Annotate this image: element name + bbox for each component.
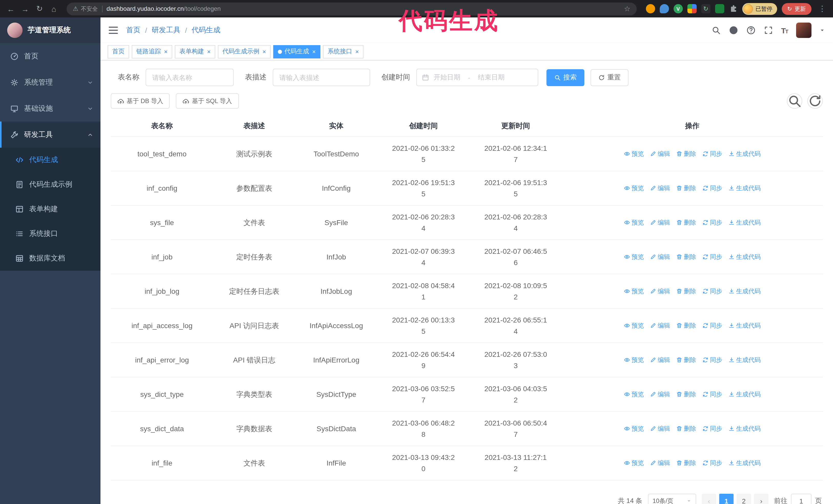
extension-grid-icon[interactable] [687,4,697,13]
extension-refresh-icon[interactable]: ↻ [701,4,711,13]
close-icon[interactable]: × [312,48,316,55]
back-icon[interactable]: ← [4,2,18,16]
sidebar-item-form-build[interactable]: 表单构建 [0,197,100,221]
generate-code-link[interactable]: 生成代码 [729,354,761,365]
edit-link[interactable]: 编辑 [650,251,670,262]
toggle-search-button[interactable] [787,93,802,109]
page-size-select[interactable]: 10条/页 [648,494,696,504]
sidebar-item-system[interactable]: 系统管理 [0,69,100,95]
sidebar-item-db-doc[interactable]: 数据库文档 [0,246,100,271]
preview-link[interactable]: 预览 [624,423,644,434]
tab-form-build[interactable]: 表单构建 × [175,45,215,58]
breadcrumb-item[interactable]: 研发工具 [152,26,181,35]
edit-link[interactable]: 编辑 [650,285,670,296]
edit-link[interactable]: 编辑 [650,457,670,469]
sidebar-item-codegen[interactable]: 代码生成 [0,148,100,172]
edit-link[interactable]: 编辑 [650,388,670,400]
delete-link[interactable]: 删除 [676,148,696,159]
extension-v-icon[interactable]: V [673,4,683,13]
generate-code-link[interactable]: 生成代码 [729,217,761,228]
close-icon[interactable]: × [164,48,168,55]
sidebar-item-home[interactable]: 首页 [0,43,100,69]
close-icon[interactable]: × [262,48,266,55]
sync-link[interactable]: 同步 [702,354,722,365]
tab-api[interactable]: 系统接口 × [323,45,363,58]
chevron-down-icon[interactable] [820,28,825,33]
import-sql-button[interactable]: 基于 SQL 导入 [176,93,239,109]
sidebar-item-devtools[interactable]: 研发工具 [0,121,100,148]
preview-link[interactable]: 预览 [624,251,644,262]
reset-button[interactable]: 重置 [591,69,628,86]
forward-icon[interactable]: → [19,2,32,16]
sidebar-item-api[interactable]: 系统接口 [0,221,100,246]
reload-icon[interactable]: ↻ [33,2,46,16]
goto-page-input[interactable] [791,494,811,504]
home-icon[interactable]: ⌂ [47,2,61,16]
sync-link[interactable]: 同步 [702,182,722,194]
bookmark-star-icon[interactable]: ☆ [624,5,630,13]
preview-link[interactable]: 预览 [624,457,644,469]
delete-link[interactable]: 删除 [676,320,696,331]
browser-profile-chip[interactable]: 已暂停 [742,3,777,15]
security-warning[interactable]: ⚠ 不安全 [73,5,98,13]
sync-link[interactable]: 同步 [702,457,722,469]
edit-link[interactable]: 编辑 [650,182,670,194]
sync-link[interactable]: 同步 [702,285,722,296]
generate-code-link[interactable]: 生成代码 [729,388,761,400]
prev-page-button[interactable]: ‹ [702,494,716,504]
delete-link[interactable]: 删除 [676,457,696,469]
next-page-button[interactable]: › [754,494,768,504]
close-icon[interactable]: × [207,48,211,55]
page-button-2[interactable]: 2 [737,494,751,504]
extension-drop-icon[interactable] [660,4,669,13]
delete-link[interactable]: 删除 [676,182,696,194]
close-icon[interactable]: × [355,48,359,55]
sidebar-item-infra[interactable]: 基础设施 [0,95,100,121]
generate-code-link[interactable]: 生成代码 [729,457,761,469]
generate-code-link[interactable]: 生成代码 [729,182,761,194]
delete-link[interactable]: 删除 [676,285,696,296]
sidebar-toggle-icon[interactable] [109,27,118,34]
user-avatar[interactable] [796,23,811,38]
preview-link[interactable]: 预览 [624,388,644,400]
font-size-icon[interactable]: TT [781,26,788,34]
date-range-picker[interactable]: 开始日期 - 结束日期 [416,69,538,86]
page-button-1[interactable]: 1 [719,494,734,504]
preview-link[interactable]: 预览 [624,217,644,228]
generate-code-link[interactable]: 生成代码 [729,285,761,296]
preview-link[interactable]: 预览 [624,354,644,365]
generate-code-link[interactable]: 生成代码 [729,148,761,159]
edit-link[interactable]: 编辑 [650,320,670,331]
fullscreen-icon[interactable] [764,26,773,35]
search-button[interactable]: 搜索 [546,69,585,86]
edit-link[interactable]: 编辑 [650,423,670,434]
address-bar[interactable]: ⚠ 不安全 dashboard.yudao.iocoder.cn/tool/co… [67,2,637,15]
preview-link[interactable]: 预览 [624,182,644,194]
edit-link[interactable]: 编辑 [650,354,670,365]
extension-lighthouse-icon[interactable] [646,4,655,13]
sync-link[interactable]: 同步 [702,217,722,228]
generate-code-link[interactable]: 生成代码 [729,423,761,434]
sidebar-logo[interactable]: 芋道管理系统 [0,18,100,43]
tab-tracer[interactable]: 链路追踪 × [132,45,172,58]
help-icon[interactable] [746,26,755,35]
delete-link[interactable]: 删除 [676,251,696,262]
delete-link[interactable]: 删除 [676,354,696,365]
generate-code-link[interactable]: 生成代码 [729,320,761,331]
generate-code-link[interactable]: 生成代码 [729,251,761,262]
import-db-button[interactable]: 基于 DB 导入 [111,93,170,109]
delete-link[interactable]: 删除 [676,423,696,434]
table-name-input[interactable] [146,69,234,86]
sync-link[interactable]: 同步 [702,148,722,159]
table-desc-input[interactable] [273,69,370,86]
tab-codegen[interactable]: 代码生成 × [273,45,320,58]
sync-link[interactable]: 同步 [702,251,722,262]
sync-link[interactable]: 同步 [702,320,722,331]
preview-link[interactable]: 预览 [624,285,644,296]
github-icon[interactable] [729,26,738,35]
sync-link[interactable]: 同步 [702,388,722,400]
edit-link[interactable]: 编辑 [650,148,670,159]
preview-link[interactable]: 预览 [624,320,644,331]
extension-leaf-icon[interactable] [715,4,724,13]
sync-link[interactable]: 同步 [702,423,722,434]
